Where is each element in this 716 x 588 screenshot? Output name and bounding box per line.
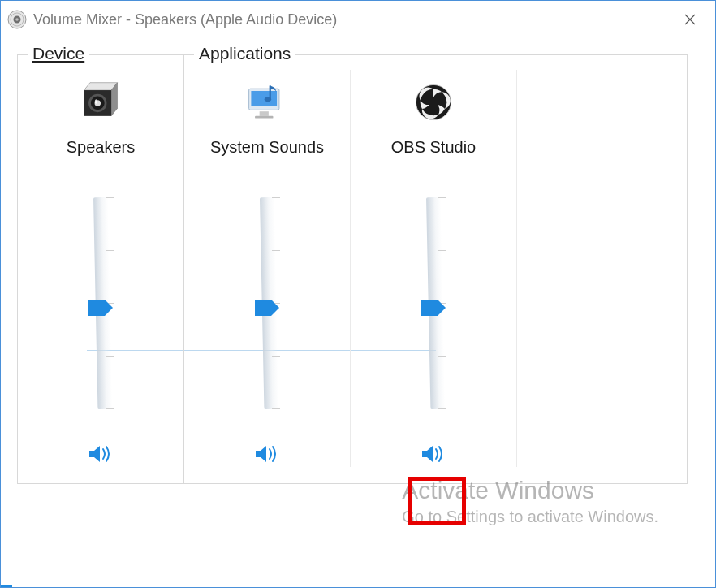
- svg-marker-21: [421, 300, 446, 316]
- device-panel-title: Device: [28, 44, 89, 63]
- app-column-empty: [517, 70, 684, 467]
- device-mute-button[interactable]: [85, 441, 116, 467]
- applications-panel-title: Applications: [194, 44, 295, 63]
- obs-studio-icon[interactable]: [409, 78, 458, 127]
- app-column-system-sounds: System Sounds: [184, 70, 351, 467]
- content-area: Device: [1, 38, 715, 492]
- app-label: OBS Studio: [391, 138, 477, 157]
- close-button[interactable]: [671, 1, 709, 38]
- svg-point-11: [95, 99, 97, 104]
- svg-marker-12: [88, 300, 113, 316]
- slider-thumb[interactable]: [88, 300, 113, 316]
- taskbar-accent: [1, 585, 12, 587]
- svg-rect-16: [255, 116, 273, 119]
- app-volume-slider[interactable]: [413, 197, 454, 417]
- device-column: Speakers: [18, 70, 183, 467]
- app-label: System Sounds: [210, 138, 324, 157]
- slider-thumb[interactable]: [255, 300, 279, 316]
- svg-rect-14: [251, 91, 277, 106]
- svg-rect-15: [260, 111, 269, 116]
- svg-point-17: [265, 97, 271, 102]
- applications-panel: Applications System S: [184, 54, 688, 484]
- device-label: Speakers: [67, 138, 136, 157]
- device-panel: Device: [17, 54, 184, 484]
- volume-mixer-window: Volume Mixer - Speakers (Apple Audio Dev…: [0, 0, 716, 588]
- watermark-line2: Go to Settings to activate Windows.: [402, 508, 658, 526]
- window-title: Volume Mixer - Speakers (Apple Audio Dev…: [33, 11, 671, 28]
- svg-point-3: [15, 18, 19, 21]
- app-speaker-icon: [7, 10, 27, 29]
- svg-marker-18: [255, 300, 279, 316]
- slider-thumb[interactable]: [421, 300, 446, 316]
- app-volume-slider[interactable]: [247, 197, 287, 417]
- system-sounds-icon[interactable]: [243, 78, 291, 127]
- speaker-device-icon[interactable]: [76, 78, 125, 127]
- device-volume-slider[interactable]: [80, 197, 121, 417]
- app-column-obs-studio: OBS Studio: [351, 70, 517, 467]
- titlebar[interactable]: Volume Mixer - Speakers (Apple Audio Dev…: [1, 1, 715, 38]
- app-mute-button[interactable]: [252, 441, 283, 467]
- app-mute-button[interactable]: [418, 441, 449, 467]
